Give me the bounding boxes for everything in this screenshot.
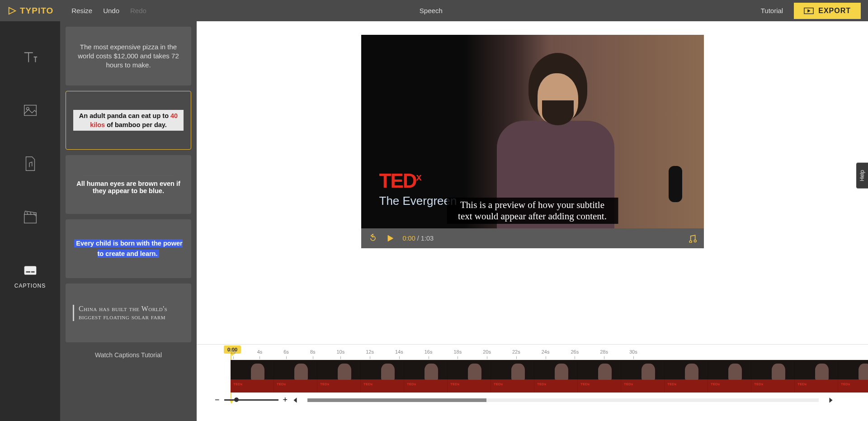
- help-tab[interactable]: Help: [856, 163, 868, 189]
- zoom-out-icon[interactable]: −: [215, 395, 220, 405]
- timeline-tick: 26s: [571, 349, 579, 360]
- time-display: 0:00 / 1:03: [403, 235, 434, 242]
- timeline-thumb[interactable]: [751, 360, 795, 393]
- logo[interactable]: TYPITO: [7, 6, 53, 16]
- timeline-tick: 16s: [425, 349, 433, 360]
- timeline-tick: 4s: [257, 349, 263, 360]
- caption-template-2[interactable]: An adult panda can eat up to 40 kilos of…: [66, 91, 191, 150]
- text-icon: [22, 48, 39, 66]
- caption-template-4[interactable]: Every child is born with the power to cr…: [66, 219, 191, 278]
- timeline-thumb[interactable]: [448, 360, 491, 393]
- svg-rect-4: [24, 266, 36, 275]
- timeline-thumb[interactable]: [621, 360, 665, 393]
- timeline-tick: 28s: [600, 349, 608, 360]
- timeline-scrollbar[interactable]: [307, 398, 819, 402]
- caption-template-3-line: [83, 175, 174, 175]
- timeline-thumb[interactable]: [317, 360, 361, 393]
- timeline[interactable]: 0:00 ▼ 2s4s6s8s10s12s14s16s18s20s22s24s2…: [197, 344, 868, 421]
- captions-icon: [22, 262, 39, 279]
- svg-rect-6: [31, 271, 34, 273]
- timeline-tick: 12s: [366, 349, 374, 360]
- timeline-thumb[interactable]: [361, 360, 404, 393]
- timeline-thumb[interactable]: [795, 360, 838, 393]
- canvas-area: TEDx The Evergreen This is a preview of …: [197, 21, 868, 421]
- caption-template-5-text: China has built the World's biggest floa…: [73, 305, 184, 321]
- timeline-tick: 18s: [454, 349, 462, 360]
- project-title[interactable]: Speech: [101, 7, 761, 14]
- timeline-tick: 8s: [310, 349, 316, 360]
- timeline-thumbnails[interactable]: [231, 360, 868, 393]
- caption-template-1-text: The most expensive pizza in the world co…: [73, 43, 184, 70]
- play-icon[interactable]: [386, 234, 395, 243]
- brand-text: TYPITO: [20, 6, 53, 16]
- timeline-tick: 2s: [231, 349, 236, 360]
- captions-panel: The most expensive pizza in the world co…: [60, 21, 197, 421]
- caption-template-5[interactable]: China has built the World's biggest floa…: [66, 284, 191, 342]
- timeline-thumb[interactable]: [404, 360, 448, 393]
- rail-image[interactable]: [22, 102, 39, 119]
- rail-text[interactable]: [22, 48, 39, 66]
- scroll-left-icon[interactable]: [292, 397, 298, 403]
- timeline-thumb[interactable]: [665, 360, 708, 393]
- subtitle-preview[interactable]: This is a preview of how your subtitle t…: [447, 198, 618, 224]
- timeline-tick: 6s: [283, 349, 289, 360]
- scroll-right-icon[interactable]: [828, 397, 834, 403]
- resize-button[interactable]: Resize: [71, 7, 92, 14]
- timeline-thumb[interactable]: [534, 360, 578, 393]
- timeline-ticks: 2s4s6s8s10s12s14s16s18s20s22s24s26s28s30…: [197, 349, 868, 360]
- watch-captions-tutorial[interactable]: Watch Captions Tutorial: [66, 348, 191, 362]
- export-button[interactable]: EXPORT: [794, 3, 861, 19]
- timeline-controls: − +: [197, 393, 868, 405]
- caption-template-3-text: All human eyes are brown even if they ap…: [73, 180, 184, 194]
- rail-captions[interactable]: CAPTIONS: [14, 262, 46, 289]
- speaker-figure: [479, 48, 623, 220]
- timeline-thumb[interactable]: [274, 360, 317, 393]
- timeline-thumb[interactable]: [708, 360, 751, 393]
- zoom-in-icon[interactable]: +: [283, 395, 288, 405]
- timeline-thumb[interactable]: [838, 360, 868, 393]
- ted-subtitle: The Evergreen: [379, 194, 457, 208]
- export-label: EXPORT: [818, 7, 851, 15]
- timeline-tick: 10s: [337, 349, 345, 360]
- timeline-tick: 24s: [542, 349, 550, 360]
- topbar: TYPITO Resize Undo Redo Speech Tutorial …: [0, 0, 868, 21]
- rail-video[interactable]: [22, 208, 39, 226]
- timeline-thumb[interactable]: [491, 360, 534, 393]
- zoom-slider[interactable]: [224, 399, 278, 401]
- timeline-thumb[interactable]: [231, 360, 274, 393]
- timeline-thumb[interactable]: [578, 360, 621, 393]
- audio-file-icon: [22, 155, 39, 172]
- timeline-tick: 30s: [629, 349, 637, 360]
- video-preview[interactable]: TEDx The Evergreen This is a preview of …: [361, 35, 704, 228]
- timeline-tick: 14s: [395, 349, 403, 360]
- caption-template-1[interactable]: The most expensive pizza in the world co…: [66, 27, 191, 85]
- tool-rail: CAPTIONS: [0, 21, 60, 421]
- caption-template-2-text: An adult panda can eat up to 40 kilos of…: [73, 110, 184, 131]
- timeline-tick: 20s: [483, 349, 491, 360]
- export-icon: [804, 7, 814, 14]
- replay-icon[interactable]: [368, 234, 377, 243]
- player-bar: 0:00 / 1:03: [361, 228, 704, 248]
- clapperboard-icon: [22, 208, 39, 226]
- svg-rect-3: [24, 214, 36, 223]
- music-icon[interactable]: [688, 234, 697, 243]
- tutorial-link[interactable]: Tutorial: [761, 7, 783, 14]
- svg-rect-5: [26, 271, 30, 273]
- caption-template-3[interactable]: All human eyes are brown even if they ap…: [66, 155, 191, 214]
- image-icon: [22, 102, 39, 119]
- caption-template-4-text: Every child is born with the power to cr…: [73, 238, 184, 259]
- ted-logo: TEDx: [379, 170, 421, 192]
- logo-icon: [7, 6, 17, 16]
- rail-captions-label: CAPTIONS: [14, 283, 46, 289]
- timeline-tick: 22s: [512, 349, 520, 360]
- rail-audio[interactable]: [22, 155, 39, 172]
